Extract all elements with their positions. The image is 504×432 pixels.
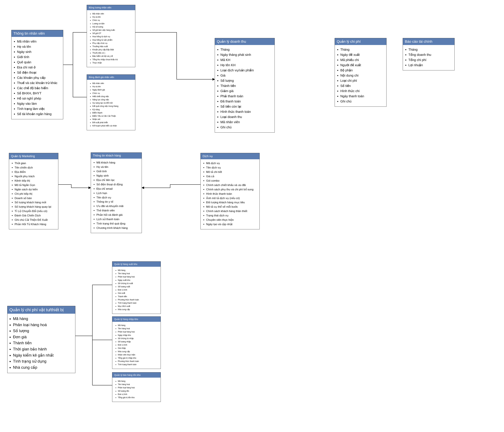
- connector-edge: [63, 32, 87, 65]
- attribute-item: Số lượng xuất: [118, 285, 158, 288]
- attribute-item: Tên chiến dịch: [15, 166, 56, 170]
- attribute-item: Họ và tên: [96, 165, 139, 169]
- attribute-item: Địa chỉ email: [96, 187, 139, 191]
- attribute-item: Giới tính: [96, 170, 139, 173]
- attribute-item: Chương trình khách hàng: [96, 226, 139, 230]
- attribute-item: Tháng: [340, 47, 384, 52]
- attribute-item: Số điện thoại: [17, 70, 61, 75]
- attribute-item: Số lượng: [13, 328, 73, 334]
- attribute-item: Số tài khoản ngân hàng: [17, 112, 61, 116]
- attribute-item: Giá nhập: [118, 347, 158, 349]
- attribute-item: Tháng: [408, 47, 452, 52]
- attribute-item: Đơn vị tính: [118, 393, 158, 396]
- attribute-item: Mô tả Ngắn Gọn: [15, 183, 56, 187]
- attribute-item: Tên dịch vụ: [96, 196, 139, 199]
- entity-title: Quản lý chi phí vật tư/thiết bị: [8, 306, 75, 314]
- connector-edge: [75, 336, 112, 340]
- attribute-item: Tỉ Lệ Chuyển Đổi (nếu có): [15, 209, 56, 213]
- entity-box-danhgia[interactable]: Bảng đánh giá nhân viênMã nhân viênHọ và…: [87, 74, 135, 130]
- attribute-item: Mã nhân viên: [17, 39, 61, 44]
- attribute-item: Chuyên viên thực hiện: [206, 218, 257, 222]
- attribute-item: Hiểu biết công việc: [92, 95, 133, 98]
- attribute-item: Thành tiền: [220, 84, 272, 88]
- attribute-item: Hệ số lương: [92, 26, 133, 28]
- attribute-item: Số BHXH, BHYT: [17, 91, 61, 95]
- attribute-item: Lịch hẹn: [96, 191, 139, 195]
- entity-box-doanhthu[interactable]: Quản lý doanh thuThángNgày tháng phát si…: [215, 38, 275, 133]
- entity-box-nhanvien[interactable]: Thông tin nhân viênMã nhân viênHọ và tên…: [11, 30, 63, 119]
- attribute-item: Mã hàng: [118, 269, 158, 272]
- attribute-item: Đơn vị tính: [118, 289, 158, 291]
- attribute-item: Số chứng từ nhập: [118, 337, 158, 340]
- entity-box-nhapkho[interactable]: Quản lý hàng nhập khoMã hàngTên hàng hoá…: [112, 316, 161, 369]
- attribute-item: Ngày sinh: [17, 50, 61, 54]
- attribute-item: Giá xuất: [118, 292, 158, 294]
- attribute-item: Mã nhân viên: [92, 12, 133, 15]
- attribute-list: ThángNgày đề xuấtMã phiếu chiNgười đề xu…: [337, 47, 384, 104]
- entity-box-xuatkho[interactable]: Quản lý hàng xuất khoMã hàngTên hàng hoá…: [112, 261, 161, 314]
- attribute-item: Họ và tên: [92, 85, 133, 88]
- attribute-item: Ngày tháng phát sinh: [220, 52, 272, 57]
- attribute-item: Tổng giá trị tồn kho: [118, 396, 158, 399]
- entity-title: Quản lý hàng xuất kho: [112, 262, 161, 267]
- entity-box-baocao[interactable]: Báo cáo tài chínhThángTổng doanh thuTổng…: [403, 38, 455, 70]
- attribute-item: Mô tả chi tiết: [206, 170, 257, 174]
- attribute-item: Người đề xuất: [340, 63, 384, 67]
- attribute-item: Ghi chú: [220, 125, 272, 130]
- attribute-item: Chính sách phụ thu và chi phí bổ sung: [206, 188, 257, 191]
- attribute-item: Tên hàng hoá: [118, 383, 158, 386]
- attribute-item: Nhân viên thực hiện: [118, 354, 158, 356]
- attribute-item: Mã phiếu chi: [340, 58, 384, 62]
- entity-box-tonkho[interactable]: Quản lý bán hàng tồn khoMã hàngTên hàng …: [112, 372, 161, 402]
- entity-title: Thông tin nhân viên: [11, 30, 63, 37]
- attribute-list: Mã khách hàngHọ và tênGiới tínhNgày sinh…: [93, 161, 139, 230]
- attribute-item: Hình thức thanh toán: [206, 192, 257, 196]
- attribute-item: Số lượng nhập: [118, 340, 158, 343]
- entity-box-dichvu[interactable]: Dịch vụMã dịch vụTên dịch vụMô tả chi ti…: [200, 153, 260, 229]
- entity-body: Mã nhân viênHọ và tênNgày sinhGiới tínhQ…: [11, 37, 63, 119]
- attribute-item: Hồ sơ nghỉ phép: [17, 96, 61, 101]
- attribute-item: Thẻ thành viên: [96, 209, 139, 213]
- attribute-item: Nhận xét: [92, 118, 133, 121]
- attribute-item: Lịch sử thanh toán: [96, 217, 139, 221]
- entity-box-marketing[interactable]: Quản lý MarketingThời gianTên chiến dịch…: [9, 153, 58, 229]
- attribute-item: Tháng: [220, 47, 272, 52]
- attribute-item: Số giờ làm việc hàng tuần: [92, 29, 133, 31]
- attribute-item: Họ tên KH: [220, 63, 272, 67]
- attribute-item: Kênh tiếp thị: [15, 179, 56, 183]
- attribute-item: Giảm giá: [220, 89, 272, 93]
- attribute-item: Số điện thoại di động: [96, 183, 139, 186]
- entity-box-vattu[interactable]: Quản lý chi phí vật tư/thiết bịMã hàngPh…: [7, 306, 75, 373]
- attribute-item: Bộ phận: [340, 68, 384, 72]
- entity-body: ThángNgày tháng phát sinhMã KHHọ tên KHL…: [215, 45, 275, 132]
- attribute-item: Tình trạng thanh toán: [118, 302, 158, 304]
- attribute-item: Tổng thu nhập chưa khấu trừ: [92, 58, 133, 61]
- attribute-item: Các chế độ bảo hiểm: [17, 86, 61, 90]
- entity-box-bangluong[interactable]: Bảng lương nhân viênMã nhân viênHọ và tê…: [87, 5, 135, 67]
- connector-edge: [58, 184, 91, 188]
- attribute-item: Ngày thanh toán: [340, 94, 384, 98]
- attribute-item: Ghi chú Cải Thiện Đề Xuất: [15, 218, 56, 222]
- attribute-item: Đơn vị tính: [118, 344, 158, 346]
- attribute-item: Phương thức thanh toán: [118, 360, 158, 363]
- attribute-item: Hình thức chi: [340, 89, 384, 93]
- entity-box-chiphi[interactable]: Quản lý chi phíThángNgày đề xuấtMã phiếu…: [335, 38, 387, 107]
- attribute-item: Doanh số bán: [15, 197, 56, 200]
- attribute-item: Ngày tạo và cập nhật: [206, 223, 257, 226]
- attribute-list: ThángNgày tháng phát sinhMã KHHọ tên KHL…: [217, 47, 272, 130]
- attribute-item: Số chứng từ xuất: [118, 282, 158, 285]
- attribute-item: Điểm Mạnh: [92, 112, 133, 114]
- attribute-item: Số lượng khách hàng quay lại: [15, 205, 56, 209]
- attribute-item: Mô tả cụ thể về mỗi bước: [206, 205, 257, 209]
- attribute-item: Nội dung chi: [340, 73, 384, 78]
- diagram-canvas: Thông tin nhân viênMã nhân viênHọ và tên…: [0, 0, 504, 432]
- attribute-item: Tên dịch vụ: [206, 166, 257, 170]
- attribute-item: Ngày nhập kho: [118, 334, 158, 337]
- attribute-item: Giới tính: [17, 55, 61, 59]
- attribute-item: Số lượng: [220, 78, 272, 83]
- connector-edge: [75, 336, 112, 385]
- attribute-item: Mã dịch vụ: [206, 162, 257, 165]
- entity-title: Quản lý Marketing: [9, 153, 58, 159]
- entity-box-khachhang[interactable]: Thông tin khách hàngMã khách hàngHọ và t…: [91, 153, 142, 233]
- attribute-item: Thưởng hiệu suất: [92, 45, 133, 48]
